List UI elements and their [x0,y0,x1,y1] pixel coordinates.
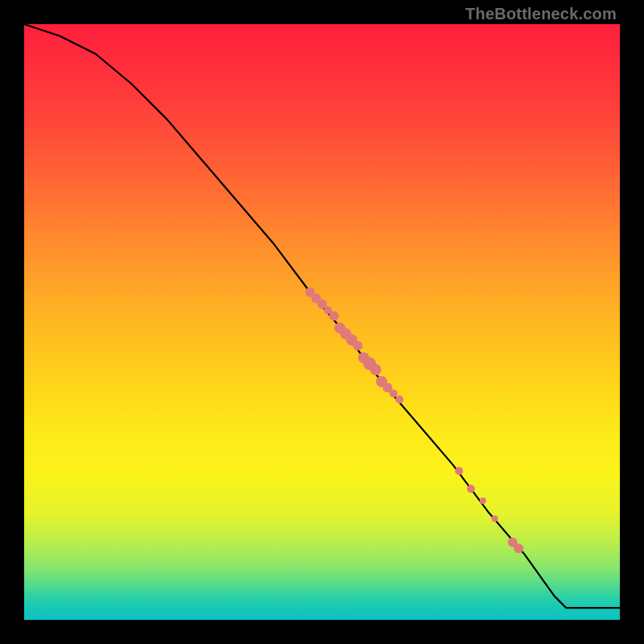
data-point [390,390,398,398]
data-point [514,543,523,553]
data-point [455,467,463,475]
attribution-text: TheBottleneck.com [465,5,617,23]
plot-area [24,24,620,620]
data-point [370,364,382,375]
data-point [480,497,486,504]
data-point [467,485,475,493]
chart-stage: TheBottleneck.com [0,0,644,644]
data-point [329,312,339,321]
trend-line [24,24,620,608]
data-point [353,341,362,351]
data-point [492,515,498,522]
chart-svg [24,24,620,620]
data-point [395,395,403,403]
